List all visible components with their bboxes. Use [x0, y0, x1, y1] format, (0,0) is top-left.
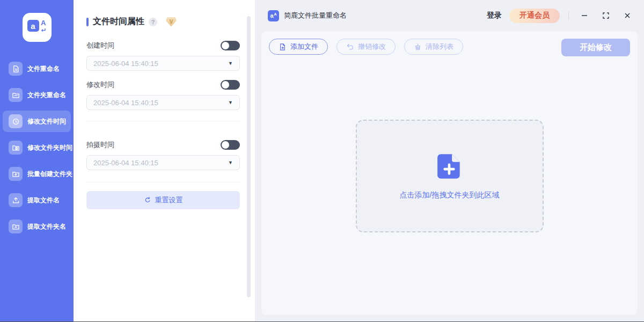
- time-section: 修改时间 2025-06-04 15:40:15 ▼: [86, 79, 240, 110]
- time-section-label: 修改时间: [86, 80, 114, 90]
- sidebar-menu: 文件重命名 文件夹重命名 修改文件时间 修改文件夹时间 批量创建文件夹 提取文件…: [0, 58, 74, 237]
- time-dropdown[interactable]: 2025-06-04 15:40:15 ▼: [86, 95, 240, 110]
- dropzone-hint: 点击添加/拖拽文件夹到此区域: [400, 191, 500, 200]
- toolbar: 添加文件 撤销修改 清除列表 开始修改: [269, 39, 630, 56]
- close-button[interactable]: [620, 9, 634, 23]
- logo-arrow-icon: ↵: [41, 27, 47, 34]
- titlebar-left: aA 简鹿文件批量重命名: [268, 10, 347, 21]
- logo-a-icon: a: [27, 20, 39, 32]
- folder-time-icon: [9, 141, 23, 155]
- dropzone[interactable]: 点击添加/拖拽文件夹到此区域: [356, 120, 544, 232]
- undo-icon: [346, 43, 354, 51]
- maximize-button[interactable]: [599, 9, 613, 23]
- time-section-label: 拍摄时间: [86, 140, 114, 150]
- titlebar: aA 简鹿文件批量重命名 登录 开通会员: [255, 0, 644, 31]
- clear-list-label: 清除列表: [426, 42, 453, 52]
- toggle-knob: [222, 81, 229, 89]
- sidebar-item-label: 文件重命名: [27, 64, 60, 74]
- time-toggle[interactable]: [221, 80, 240, 90]
- time-value: 2025-06-04 15:40:15: [93, 99, 158, 107]
- vip-badge-icon[interactable]: V: [166, 17, 177, 27]
- logo-A-icon: A: [41, 19, 46, 27]
- panel-title: 文件时间属性: [93, 16, 144, 27]
- file-list-card: 添加文件 撤销修改 清除列表 开始修改 点击添加/拖拽文件夹到: [261, 31, 638, 315]
- add-files-label: 添加文件: [290, 42, 318, 52]
- time-section-header: 修改时间: [86, 79, 240, 90]
- sidebar-item-label: 提取文件名: [27, 196, 60, 205]
- time-value: 2025-06-04 15:40:15: [93, 159, 158, 167]
- open-vip-button[interactable]: 开通会员: [509, 9, 560, 23]
- sidebar-item-1[interactable]: 文件夹重命名: [3, 84, 71, 106]
- section-divider: [86, 182, 240, 182]
- main-area: aA 简鹿文件批量重命名 登录 开通会员: [255, 0, 644, 321]
- panel-title-row: 文件时间属性 ? V: [86, 16, 240, 27]
- undo-button[interactable]: 撤销修改: [336, 39, 396, 55]
- time-toggle[interactable]: [221, 41, 240, 50]
- sidebar-item-2[interactable]: 修改文件时间: [3, 111, 71, 132]
- sidebar-item-label: 修改文件夹时间: [27, 143, 72, 152]
- time-value: 2025-06-04 15:40:15: [93, 60, 158, 68]
- folder-create-icon: [9, 167, 23, 181]
- undo-label: 撤销修改: [358, 42, 386, 52]
- time-dropdown[interactable]: 2025-06-04 15:40:15 ▼: [86, 155, 240, 170]
- titlebar-divider: [568, 11, 569, 20]
- time-section: 拍摄时间 2025-06-04 15:40:15 ▼: [86, 140, 240, 170]
- chevron-down-icon: ▼: [228, 160, 233, 165]
- file-time-icon: [9, 114, 23, 128]
- folder-rename-icon: [9, 88, 23, 102]
- add-file-icon: [279, 43, 287, 51]
- time-toggle[interactable]: [221, 140, 240, 150]
- time-section-header: 创建时间: [86, 40, 240, 51]
- clear-list-button[interactable]: 清除列表: [404, 39, 463, 55]
- window-title: 简鹿文件批量重命名: [284, 11, 347, 20]
- toggle-knob: [222, 42, 229, 49]
- time-dropdown[interactable]: 2025-06-04 15:40:15 ▼: [86, 56, 240, 71]
- refresh-icon: [144, 196, 151, 204]
- titlebar-right: 登录 开通会员: [487, 9, 634, 23]
- sidebar-item-3[interactable]: 修改文件夹时间: [3, 137, 71, 158]
- chevron-down-icon: ▼: [228, 61, 233, 66]
- panel-scrollbar[interactable]: [247, 16, 251, 297]
- start-modify-button[interactable]: 开始修改: [561, 39, 630, 56]
- sidebar-item-4[interactable]: 批量创建文件夹: [3, 163, 71, 185]
- toggle-knob: [222, 141, 229, 149]
- extract-foldername-icon: [9, 219, 23, 233]
- help-icon[interactable]: ?: [149, 18, 157, 26]
- add-files-button[interactable]: 添加文件: [269, 39, 328, 55]
- time-sections: 创建时间 2025-06-04 15:40:15 ▼ 修改时间 2025-06-…: [86, 40, 240, 182]
- titlebar-app-icon: aA: [268, 10, 279, 21]
- minimize-button[interactable]: [577, 9, 591, 23]
- time-section-header: 拍摄时间: [86, 140, 240, 150]
- sidebar-item-0[interactable]: 文件重命名: [3, 58, 71, 79]
- sidebar-item-label: 提取文件夹名: [27, 222, 66, 231]
- chevron-down-icon: ▼: [228, 100, 233, 105]
- app-window: a A ↵ 文件重命名 文件夹重命名 修改文件时间 修改文件夹时间 批量创建文件…: [0, 0, 644, 322]
- sidebar-item-5[interactable]: 提取文件名: [3, 189, 71, 211]
- file-rename-icon: [9, 62, 23, 76]
- broom-icon: [414, 43, 422, 51]
- sidebar-item-label: 文件夹重命名: [27, 91, 66, 100]
- sidebar-item-6[interactable]: 提取文件夹名: [3, 216, 71, 237]
- time-section-label: 创建时间: [86, 41, 114, 50]
- login-link[interactable]: 登录: [487, 11, 502, 20]
- add-document-icon: [435, 152, 464, 181]
- extract-filename-icon: [9, 193, 23, 207]
- reset-button[interactable]: 重置设置: [86, 191, 240, 209]
- sidebar-item-label: 批量创建文件夹: [27, 170, 72, 179]
- sidebar: a A ↵ 文件重命名 文件夹重命名 修改文件时间 修改文件夹时间 批量创建文件…: [0, 0, 74, 321]
- app-logo: a A ↵: [23, 13, 52, 42]
- section-divider: [86, 121, 240, 121]
- title-accent-bar: [86, 18, 89, 26]
- reset-button-label: 重置设置: [155, 195, 183, 205]
- sidebar-item-label: 修改文件时间: [27, 117, 66, 126]
- settings-panel: 文件时间属性 ? V 创建时间 2025-06-04 15:40:15 ▼ 修改…: [74, 0, 255, 321]
- time-section: 创建时间 2025-06-04 15:40:15 ▼: [86, 40, 240, 71]
